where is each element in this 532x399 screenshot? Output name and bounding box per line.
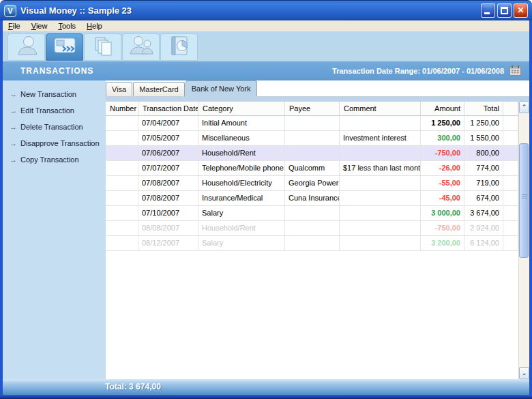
cell-number bbox=[106, 146, 138, 160]
cell-total: 2 924,00 bbox=[464, 221, 503, 235]
column-header-payee[interactable]: Payee bbox=[285, 102, 340, 115]
close-button[interactable]: ✕ bbox=[514, 3, 528, 18]
table-row[interactable]: 07/08/2007Household/ElectricityGeorgia P… bbox=[106, 176, 518, 191]
title-bar: V Visual Money :: Sample 23 ✕ bbox=[0, 0, 532, 20]
scrollbar-thumb[interactable] bbox=[519, 143, 529, 258]
cell-total: 1 550,00 bbox=[464, 131, 503, 145]
calendar-icon bbox=[509, 65, 522, 76]
main-panel: VisaMasterCardBank of New York NumberTra… bbox=[106, 80, 529, 379]
cell-number bbox=[106, 176, 138, 190]
window-body: FileViewToolsHelp TRANSACTIONS Transacti… bbox=[0, 20, 532, 395]
table-row[interactable]: 07/07/2007Telephone/Mobile phoneQualcomm… bbox=[106, 161, 518, 176]
copy-transactions-icon bbox=[89, 34, 117, 60]
transactions-button[interactable] bbox=[46, 33, 83, 61]
table-header-row: NumberTransaction DateCategoryPayeeComme… bbox=[106, 101, 518, 116]
scroll-down-button[interactable]: ⌄ bbox=[519, 367, 529, 379]
calendar-button[interactable] bbox=[509, 65, 522, 76]
sidebar-item-label: Delete Transaction bbox=[20, 123, 83, 131]
maximize-icon bbox=[501, 7, 508, 14]
cell-category: Telephone/Mobile phone bbox=[198, 161, 285, 175]
cell-payee bbox=[285, 236, 340, 250]
cell-number bbox=[106, 191, 138, 205]
table-body: 07/04/2007Initial Amount1 250,001 250,00… bbox=[106, 116, 518, 251]
copy-transactions-button[interactable] bbox=[84, 33, 121, 61]
reports-button[interactable] bbox=[160, 33, 198, 61]
column-header-amount[interactable]: Amount bbox=[421, 102, 464, 115]
scrollbar-grip-icon bbox=[522, 194, 527, 201]
table-row[interactable]: 07/06/2007Household/Rent-750,00800,00 bbox=[106, 146, 518, 161]
payees-button[interactable] bbox=[122, 33, 160, 61]
tab-bank-of-new-york[interactable]: Bank of New York bbox=[186, 80, 257, 96]
sidebar: →New Transaction→Edit Transaction→Delete… bbox=[3, 80, 106, 379]
menu-bar: FileViewToolsHelp bbox=[3, 20, 529, 32]
section-header: TRANSACTIONS Transaction Date Range: 01/… bbox=[3, 61, 529, 80]
menu-tools[interactable]: Tools bbox=[53, 22, 81, 30]
column-header-number[interactable]: Number bbox=[106, 102, 138, 115]
scrollbar-track[interactable] bbox=[519, 113, 529, 367]
cell-category: Salary bbox=[198, 236, 285, 250]
cell-amount: -55,00 bbox=[421, 176, 464, 190]
tab-visa[interactable]: Visa bbox=[106, 82, 132, 96]
cell-payee: Georgia Power bbox=[285, 176, 340, 190]
sidebar-item-disapprove-transaction[interactable]: →Disapprove Transaction bbox=[3, 135, 106, 151]
vertical-scrollbar: ⌃ ⌄ bbox=[518, 101, 529, 379]
account-icon bbox=[13, 34, 40, 60]
sidebar-item-copy-transaction[interactable]: →Copy Transaction bbox=[3, 151, 106, 168]
content-area: →New Transaction→Edit Transaction→Delete… bbox=[3, 80, 529, 379]
cell-date: 07/05/2007 bbox=[138, 131, 198, 145]
column-header-filler bbox=[503, 102, 518, 115]
table-row[interactable]: 08/12/2007Salary3 200,006 124,00 bbox=[106, 236, 518, 251]
date-range-label: Transaction Date Range: 01/06/2007 - 01/… bbox=[332, 67, 504, 75]
cell-date: 08/08/2007 bbox=[138, 221, 198, 235]
tab-mastercard[interactable]: MasterCard bbox=[133, 82, 184, 96]
cell-payee bbox=[285, 146, 340, 160]
cell-amount: -750,00 bbox=[421, 221, 464, 235]
sidebar-item-label: Disapprove Transaction bbox=[20, 139, 100, 147]
sidebar-item-delete-transaction[interactable]: →Delete Transaction bbox=[3, 119, 106, 135]
cell-date: 07/06/2007 bbox=[138, 146, 198, 160]
cell-amount: 3 200,00 bbox=[421, 236, 464, 250]
cell-amount: 1 250,00 bbox=[421, 116, 464, 130]
cell-number bbox=[106, 116, 138, 130]
table-row[interactable]: 08/08/2007Household/Rent-750,002 924,00 bbox=[106, 221, 518, 236]
cell-category: Initial Amount bbox=[198, 116, 285, 130]
cell-total: 3 674,00 bbox=[464, 206, 503, 220]
cell-total: 674,00 bbox=[464, 191, 503, 205]
sidebar-item-new-transaction[interactable]: →New Transaction bbox=[3, 86, 106, 102]
menu-view[interactable]: View bbox=[26, 22, 53, 30]
table-row[interactable]: 07/08/2007Insurance/MedicalCuna Insuranc… bbox=[106, 191, 518, 206]
cell-category: Miscellaneous bbox=[198, 131, 285, 145]
menu-file[interactable]: File bbox=[3, 22, 26, 30]
cell-comment bbox=[340, 221, 421, 235]
cell-amount: 3 000,00 bbox=[421, 206, 464, 220]
column-header-category[interactable]: Category bbox=[198, 102, 285, 115]
sidebar-item-label: Copy Transaction bbox=[20, 156, 79, 164]
cell-category: Insurance/Medical bbox=[198, 191, 285, 205]
status-bar: Total: 3 674,00 bbox=[3, 379, 529, 395]
cell-comment bbox=[340, 191, 421, 205]
app-icon: V bbox=[4, 5, 16, 17]
cell-comment: Investment interest bbox=[340, 131, 421, 145]
sidebar-item-edit-transaction[interactable]: →Edit Transaction bbox=[3, 102, 106, 119]
column-header-transaction-date[interactable]: Transaction Date bbox=[138, 102, 198, 115]
cell-total: 719,00 bbox=[464, 176, 503, 190]
cell-category: Salary bbox=[198, 206, 285, 220]
menu-help[interactable]: Help bbox=[81, 22, 108, 30]
column-header-comment[interactable]: Comment bbox=[340, 102, 421, 115]
cell-payee bbox=[285, 221, 340, 235]
cell-category: Household/Rent bbox=[198, 146, 285, 160]
scroll-up-button[interactable]: ⌃ bbox=[519, 101, 529, 113]
table-row[interactable]: 07/10/2007Salary3 000,003 674,00 bbox=[106, 206, 518, 221]
maximize-button[interactable] bbox=[497, 3, 512, 18]
sidebar-item-label: Edit Transaction bbox=[20, 106, 74, 115]
reports-icon bbox=[166, 34, 193, 60]
table-row[interactable]: 07/05/2007MiscellaneousInvestment intere… bbox=[106, 131, 518, 146]
table-row[interactable]: 07/04/2007Initial Amount1 250,001 250,00 bbox=[106, 116, 518, 131]
page-title: TRANSACTIONS bbox=[20, 66, 332, 76]
cell-payee: Qualcomm bbox=[285, 161, 340, 175]
minimize-button[interactable] bbox=[481, 3, 495, 18]
column-header-total[interactable]: Total bbox=[464, 102, 503, 115]
account-button[interactable] bbox=[8, 33, 45, 61]
grid-area: NumberTransaction DateCategoryPayeeComme… bbox=[106, 101, 529, 379]
transactions-table: NumberTransaction DateCategoryPayeeComme… bbox=[106, 101, 518, 379]
